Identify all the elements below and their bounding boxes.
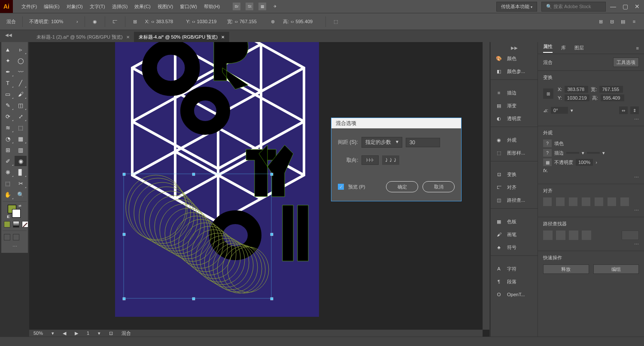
shape-builder-tool[interactable]: ◔ [2, 134, 14, 144]
panel-menu-icon[interactable]: ≡ [636, 46, 639, 51]
panel-align[interactable]: ⫍对齐 [491, 181, 538, 194]
recolor-icon[interactable]: ◉ [91, 18, 98, 25]
panel-color[interactable]: 🎨颜色 [491, 52, 538, 65]
panel-gradient[interactable]: ▤渐变 [491, 99, 538, 112]
menu-window[interactable]: 窗口(W) [180, 3, 197, 10]
align-vcenter-icon[interactable] [595, 197, 603, 206]
more-options-icon[interactable]: ⋯ [634, 175, 639, 180]
prop-x-value[interactable]: 383.578 [565, 86, 588, 93]
align-top-icon[interactable] [582, 197, 590, 206]
flip-v-icon[interactable]: ⇕ [630, 106, 639, 114]
tab-doc2[interactable]: 未标题-4.ai* @ 50% (RGB/GPU 预览) ✕ [134, 32, 229, 42]
layout1-icon[interactable]: ⊞ [597, 18, 604, 25]
slice-tool[interactable]: ✂ [15, 178, 27, 188]
lasso-tool[interactable]: ◯ [15, 55, 27, 66]
maximize-icon[interactable]: ▢ [623, 3, 628, 10]
cancel-button[interactable]: 取消 [422, 181, 455, 192]
menu-file[interactable]: 文件(F) [21, 3, 37, 10]
panel-character[interactable]: A字符 [491, 262, 538, 275]
preview-checkbox[interactable]: ✓ [338, 184, 344, 190]
brush-tool[interactable]: 🖌 [15, 89, 27, 99]
x-value[interactable]: 383.578 [156, 19, 179, 24]
rotate-tool[interactable]: ⟳ [2, 111, 14, 121]
align-icon[interactable]: ⫍ [112, 18, 118, 25]
w-stepper[interactable]: ‹› [235, 19, 238, 24]
edit-toolbar-icon[interactable]: ⋯ [1, 242, 28, 251]
orient-path-button[interactable]: ⤸⤸⤸ [382, 155, 399, 165]
x-stepper[interactable]: ‹› [151, 19, 154, 24]
reference-point-icon[interactable]: ⊞ [543, 88, 553, 99]
menu-help[interactable]: 帮助(H) [204, 3, 220, 10]
pf-intersect-icon[interactable] [569, 231, 578, 240]
registration-icon[interactable]: ⊞ [132, 18, 139, 25]
panel-pathfinder[interactable]: ◫路径查... [491, 194, 538, 206]
y-value[interactable]: 1030.219 [197, 19, 221, 24]
panel-symbols[interactable]: ♣符号 [491, 241, 538, 254]
gradient-tool[interactable]: ▥ [15, 145, 27, 155]
prop-y-value[interactable]: 1030.219 [565, 94, 589, 101]
panel-paragraph[interactable]: ¶段落 [491, 275, 538, 288]
workspace-dropdown[interactable]: 传统基本功能 ▾ [496, 2, 537, 12]
align-to-icon[interactable] [620, 197, 629, 206]
color-picker[interactable]: ⇄ ◧ [8, 205, 21, 218]
prop-w-value[interactable]: 767.155 [599, 86, 623, 93]
symbol-sprayer-tool[interactable]: ❋ [2, 167, 14, 177]
panel-graphic-styles[interactable]: ⬚图形样... [491, 146, 538, 159]
steps-input[interactable]: 30 [406, 138, 440, 147]
menu-select[interactable]: 选择(S) [112, 3, 128, 10]
h-stepper[interactable]: ‹› [291, 19, 294, 24]
mesh-tool[interactable]: ⊞ [2, 145, 14, 155]
align-left-icon[interactable] [543, 197, 552, 206]
ok-button[interactable]: 确定 [386, 181, 418, 192]
spacing-dropdown[interactable]: 指定的步数▾ [361, 137, 402, 148]
prop-h-value[interactable]: 595.409 [601, 94, 624, 101]
zoom-tool[interactable]: 🔍 [15, 189, 27, 200]
stock-icon[interactable]: St [246, 3, 253, 10]
more-options-icon[interactable]: ⋯ [634, 208, 639, 213]
search-input[interactable]: 🔍 搜索 Adobe Stock [541, 2, 606, 12]
panel-color-guide[interactable]: ◧颜色参... [491, 65, 538, 78]
pf-exclude-icon[interactable] [582, 231, 591, 240]
shape-icon[interactable]: ⬚ [332, 18, 339, 25]
blend-tool[interactable]: ◉ [15, 156, 27, 166]
align-bottom-icon[interactable] [608, 197, 616, 206]
more-options-icon[interactable]: ⋯ [634, 242, 639, 247]
tool-options-button[interactable]: 工具选项 [613, 58, 639, 67]
rectangle-tool[interactable]: ▭ [2, 89, 14, 99]
direct-select-tool[interactable]: ▹ [15, 44, 27, 55]
type-tool[interactable]: T [2, 78, 14, 88]
panel-brushes[interactable]: 🖌画笔 [491, 228, 538, 241]
menu-view[interactable]: 视图(V) [158, 3, 173, 10]
default-colors-icon[interactable]: ◧ [7, 215, 10, 219]
flip-h-icon[interactable]: ⇔ [619, 106, 628, 114]
menu-edit[interactable]: 编辑(E) [44, 3, 60, 10]
eyedropper-tool[interactable]: ✐ [2, 156, 14, 166]
menu-effect[interactable]: 效果(C) [134, 3, 150, 10]
tab-properties[interactable]: 属性 [543, 43, 553, 53]
group-button[interactable]: 编组 [593, 264, 639, 274]
arrange-icon[interactable]: ▦ [258, 3, 266, 10]
selection-tool[interactable]: ▲ [2, 44, 14, 55]
tab-close-icon[interactable]: ✕ [126, 35, 130, 39]
collapse-tools-icon[interactable]: ◀◀ [5, 33, 12, 37]
eraser-tool[interactable]: ◫ [15, 100, 27, 110]
panel-appearance[interactable]: ◉外观 [491, 134, 538, 146]
panel-transparency[interactable]: ◐透明度 [491, 112, 538, 125]
pf-expand-button[interactable] [622, 231, 639, 240]
width-tool[interactable]: ≋ [2, 122, 14, 133]
stroke-style[interactable] [587, 152, 600, 154]
panel-opentype[interactable]: OOpenT... [491, 288, 538, 301]
opacity-value[interactable]: 100% [51, 19, 75, 24]
pf-unite-icon[interactable] [543, 231, 553, 240]
panel-stroke[interactable]: ≡描边 [491, 86, 538, 99]
horizontal-scrollbar[interactable]: 50%▾ ◀▶ 1▾ ⊡ 混合 [29, 330, 483, 337]
page-value[interactable]: 1 [87, 331, 89, 336]
scale-tool[interactable]: ⤢ [15, 111, 27, 121]
gpu-icon[interactable]: ✈ [271, 3, 279, 10]
y-stepper[interactable]: ‹› [192, 19, 195, 24]
release-button[interactable]: 释放 [543, 264, 589, 274]
rotation-value[interactable]: 0° [551, 107, 568, 114]
layout2-icon[interactable]: ⊟ [608, 18, 615, 25]
h-value[interactable]: 595.409 [295, 19, 319, 24]
hand-tool[interactable]: ✋ [2, 189, 14, 200]
